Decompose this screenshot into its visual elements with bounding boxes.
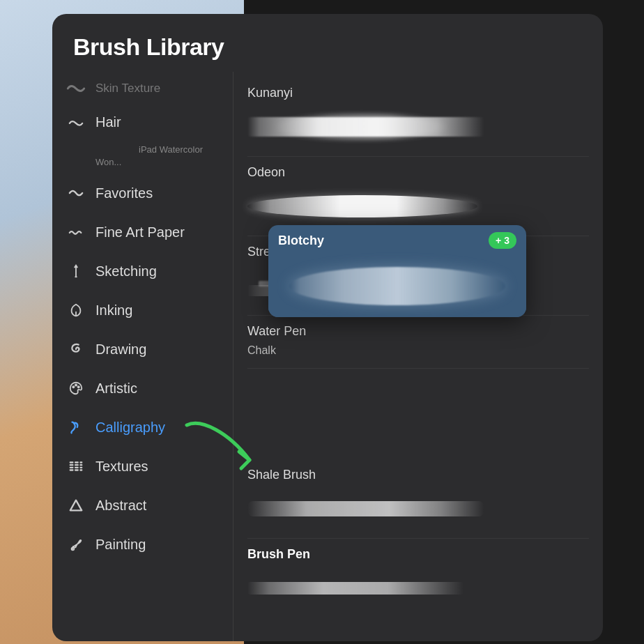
category-item-inking[interactable]: Inking xyxy=(52,291,233,330)
svg-point-2 xyxy=(75,384,77,385)
brush-entry-shale-brush[interactable]: Shale Brush xyxy=(247,459,589,539)
triangle-icon xyxy=(66,496,86,515)
category-label-fine-art-paper: Fine Art Paper xyxy=(95,224,185,240)
blotchy-stroke-area xyxy=(268,254,526,317)
category-label-drawing: Drawing xyxy=(95,342,146,358)
wave-icon xyxy=(66,79,86,98)
calligraphy-icon xyxy=(66,417,86,437)
brush-name-odeon: Odeon xyxy=(247,165,589,180)
category-label-skin-texture: Skin Texture xyxy=(95,82,160,95)
brush-stroke-odeon xyxy=(247,185,589,227)
stroke-preview-odeon xyxy=(247,195,477,217)
brush-entry-kunanyi[interactable]: Kunanyi xyxy=(247,77,589,157)
paintbrush-icon xyxy=(66,535,86,554)
category-label-painting: Painting xyxy=(95,537,146,553)
category-label-hair: Hair xyxy=(95,114,121,130)
category-item-painting[interactable]: Painting xyxy=(52,525,233,564)
brush-name-brush-pen: Brush Pen xyxy=(247,547,589,562)
category-label-calligraphy: Calligraphy xyxy=(95,420,165,436)
wave-icon-favorites xyxy=(66,183,86,203)
pencil-icon xyxy=(66,261,86,281)
wave-icon-hair xyxy=(66,112,86,132)
svg-point-0 xyxy=(75,276,77,277)
brush-library-panel: Brush Library Skin Texture xyxy=(52,14,603,641)
stroke-preview-brush-pen xyxy=(247,582,463,595)
textures-icon xyxy=(66,457,86,476)
wave-icon-fine-art xyxy=(66,222,86,242)
panel-title: Brush Library xyxy=(73,33,582,61)
category-label-abstract: Abstract xyxy=(95,498,146,514)
category-sublabel-ipad: iPad Watercolor Won... xyxy=(95,143,203,174)
category-item-artistic[interactable]: Artistic xyxy=(52,369,233,408)
category-label-sketching: Sketching xyxy=(95,263,157,279)
svg-point-1 xyxy=(72,386,74,388)
svg-point-3 xyxy=(78,386,79,388)
spiral-icon xyxy=(66,339,86,359)
category-item-abstract[interactable]: Abstract xyxy=(52,486,233,525)
brush-stroke-kunanyi xyxy=(247,106,589,148)
category-item-skin-texture[interactable]: Skin Texture xyxy=(52,72,233,102)
category-label-artistic: Artistic xyxy=(95,381,137,397)
category-list: Skin Texture Hair iPad Watercolor Won... xyxy=(52,72,233,641)
brush-entry-water-pen[interactable]: Water Pen Chalk xyxy=(247,316,589,369)
category-item-favorites[interactable]: Favorites xyxy=(52,174,233,213)
stroke-preview-blotchy xyxy=(289,267,505,305)
brush-stroke-shale xyxy=(247,488,589,530)
brush-name-water-pen: Water Pen xyxy=(247,324,589,339)
category-label-inking: Inking xyxy=(95,302,132,319)
category-item-fine-art-paper[interactable]: Fine Art Paper xyxy=(52,213,233,252)
category-label-favorites: Favorites xyxy=(95,185,153,201)
blotchy-badge: + 3 xyxy=(489,232,516,249)
stroke-preview-kunanyi xyxy=(247,117,484,137)
blotchy-card-header: Blotchy + 3 xyxy=(268,225,526,254)
brush-name-shale-brush: Shale Brush xyxy=(247,468,589,482)
brush-stroke-brush-pen xyxy=(247,567,589,609)
blotchy-badge-icon: + xyxy=(496,235,501,246)
brush-name-kunanyi: Kunanyi xyxy=(247,86,589,100)
ink-icon xyxy=(66,300,86,320)
panel-header: Brush Library xyxy=(52,14,603,72)
category-item-sketching[interactable]: Sketching xyxy=(52,252,233,291)
category-item-textures[interactable]: Textures xyxy=(52,447,233,486)
category-item-hair[interactable]: Hair xyxy=(52,102,233,141)
blotchy-card: Blotchy + 3 xyxy=(268,225,526,317)
category-item-drawing[interactable]: Drawing xyxy=(52,330,233,369)
category-item-calligraphy[interactable]: Calligraphy xyxy=(52,408,233,447)
blotchy-badge-count: 3 xyxy=(504,235,509,246)
panel-content: Skin Texture Hair iPad Watercolor Won... xyxy=(52,72,603,641)
brush-list: Kunanyi Odeon Streaks xyxy=(233,72,603,641)
brush-entry-odeon[interactable]: Odeon xyxy=(247,157,589,236)
brush-entry-brush-pen[interactable]: Brush Pen xyxy=(247,539,589,618)
palette-icon xyxy=(66,378,86,398)
brush-name-chalk: Chalk xyxy=(247,344,589,357)
stroke-preview-shale xyxy=(247,501,484,516)
blotchy-title: Blotchy xyxy=(278,233,324,248)
category-label-textures: Textures xyxy=(95,459,148,475)
